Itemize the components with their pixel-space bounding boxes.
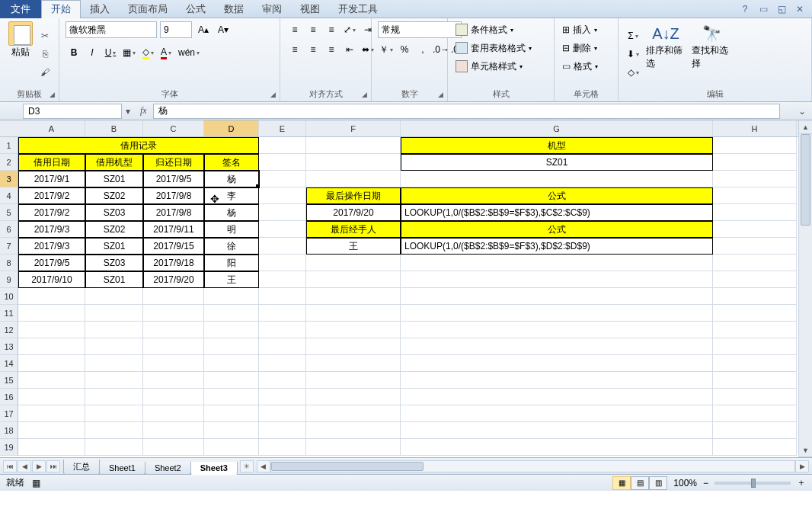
- paste-button[interactable]: 粘贴: [6, 21, 34, 87]
- grow-font-icon[interactable]: A▴: [195, 21, 212, 38]
- font-launcher[interactable]: ◢: [267, 89, 278, 100]
- fill-icon[interactable]: ⬇: [625, 46, 641, 62]
- cell-H14[interactable]: [713, 355, 797, 372]
- sheet-tab-汇总[interactable]: 汇总: [63, 460, 100, 475]
- cell-E2[interactable]: [259, 154, 306, 171]
- row-header-11[interactable]: 11: [0, 305, 18, 322]
- conditional-format-button[interactable]: 条件格式▾: [454, 21, 548, 38]
- cell-H16[interactable]: [713, 389, 797, 405]
- name-box[interactable]: D3: [23, 104, 122, 119]
- row-header-18[interactable]: 18: [0, 422, 18, 439]
- cell-G2[interactable]: SZ01: [401, 154, 713, 171]
- percent-icon[interactable]: %: [396, 41, 413, 58]
- format-cells-button[interactable]: ▭格式▾: [561, 58, 612, 75]
- cell-G17[interactable]: [401, 405, 713, 422]
- tab-file[interactable]: 文件: [0, 0, 41, 18]
- zoom-slider[interactable]: [714, 482, 791, 485]
- cell-A15[interactable]: [18, 372, 85, 389]
- cell-F17[interactable]: [306, 405, 401, 422]
- cell-A8[interactable]: 2017/9/5: [18, 255, 85, 271]
- row-header-6[interactable]: 6: [0, 221, 18, 238]
- cell-B4[interactable]: SZ02: [85, 187, 143, 204]
- cell-E5[interactable]: [259, 204, 306, 221]
- cell-A6[interactable]: 2017/9/3: [18, 221, 85, 238]
- cell-style-button[interactable]: 单元格样式▾: [454, 58, 548, 75]
- cell-A17[interactable]: [18, 405, 85, 422]
- cell-F10[interactable]: [306, 288, 401, 305]
- cell-F3[interactable]: [306, 171, 401, 187]
- cell-D4[interactable]: 李: [204, 187, 259, 204]
- cell-F5[interactable]: 2017/9/20: [306, 204, 401, 221]
- scroll-right-icon[interactable]: ▶: [795, 460, 809, 472]
- cell-F11[interactable]: [306, 305, 401, 322]
- currency-icon[interactable]: ￥: [378, 41, 395, 58]
- cell-H3[interactable]: [713, 171, 797, 187]
- bold-button[interactable]: B: [66, 44, 82, 61]
- tab-review[interactable]: 审阅: [253, 0, 291, 18]
- cell-E8[interactable]: [259, 255, 306, 271]
- cell-G6[interactable]: 公式: [401, 221, 713, 238]
- row-header-10[interactable]: 10: [0, 288, 18, 305]
- cell-G8[interactable]: [401, 255, 713, 271]
- orientation-icon[interactable]: ⤢: [341, 21, 358, 38]
- select-all-corner[interactable]: [0, 120, 18, 137]
- cell-H6[interactable]: [713, 221, 797, 238]
- cell-A18[interactable]: [18, 422, 85, 439]
- align-launcher[interactable]: ◢: [359, 89, 369, 100]
- cell-C12[interactable]: [143, 322, 204, 338]
- cell-B16[interactable]: [85, 389, 143, 405]
- clipboard-launcher[interactable]: ◢: [46, 89, 57, 100]
- cell-B8[interactable]: SZ03: [85, 255, 143, 271]
- cell-C4[interactable]: 2017/9/8: [143, 187, 204, 204]
- cell-B10[interactable]: [85, 288, 143, 305]
- cell-E16[interactable]: [259, 389, 306, 405]
- first-sheet-icon[interactable]: ⏮: [3, 460, 17, 472]
- cell-A9[interactable]: 2017/9/10: [18, 271, 85, 288]
- row-header-13[interactable]: 13: [0, 338, 18, 355]
- hscroll-thumb[interactable]: [271, 462, 424, 471]
- row-header-19[interactable]: 19: [0, 439, 18, 456]
- cell-B15[interactable]: [85, 372, 143, 389]
- cell-H11[interactable]: [713, 305, 797, 322]
- cell-E1[interactable]: [259, 137, 306, 154]
- cell-H12[interactable]: [713, 322, 797, 338]
- cell-H18[interactable]: [713, 422, 797, 439]
- cell-E6[interactable]: [259, 221, 306, 238]
- cell-D14[interactable]: [204, 355, 259, 372]
- cell-B6[interactable]: SZ02: [85, 221, 143, 238]
- cell-D2[interactable]: 签名: [204, 154, 259, 171]
- tab-view[interactable]: 视图: [291, 0, 329, 18]
- cell-D10[interactable]: [204, 288, 259, 305]
- cell-A7[interactable]: 2017/9/3: [18, 238, 85, 255]
- align-top-icon[interactable]: ≡: [286, 21, 303, 38]
- autosum-icon[interactable]: Σ: [625, 27, 641, 44]
- name-box-dropdown[interactable]: ▾: [122, 106, 134, 117]
- cell-G12[interactable]: [401, 322, 713, 338]
- cell-A10[interactable]: [18, 288, 85, 305]
- cell-H10[interactable]: [713, 288, 797, 305]
- tab-layout[interactable]: 页面布局: [119, 0, 177, 18]
- tab-insert[interactable]: 插入: [81, 0, 119, 18]
- italic-button[interactable]: I: [84, 44, 101, 61]
- cell-B14[interactable]: [85, 355, 143, 372]
- cell-G10[interactable]: [401, 288, 713, 305]
- cell-B17[interactable]: [85, 405, 143, 422]
- cell-F14[interactable]: [306, 355, 401, 372]
- cell-D11[interactable]: [204, 305, 259, 322]
- clear-icon[interactable]: ◇: [625, 64, 641, 81]
- cell-A13[interactable]: [18, 338, 85, 355]
- cell-C5[interactable]: 2017/9/8: [143, 204, 204, 221]
- cell-H5[interactable]: [713, 204, 797, 221]
- delete-cells-button[interactable]: ⊟删除▾: [561, 40, 612, 56]
- sheet-tab-Sheet3[interactable]: Sheet3: [190, 462, 238, 475]
- horizontal-scrollbar[interactable]: [270, 460, 795, 472]
- cell-E11[interactable]: [259, 305, 306, 322]
- phonetic-button[interactable]: wén: [176, 44, 202, 61]
- comma-icon[interactable]: ,: [414, 41, 431, 58]
- align-left-icon[interactable]: ≡: [286, 41, 303, 58]
- font-size-combo[interactable]: 9: [160, 21, 192, 38]
- col-header-A[interactable]: A: [18, 120, 85, 136]
- cell-C11[interactable]: [143, 305, 204, 322]
- cell-G7[interactable]: LOOKUP(1,0/($B$2:$B$9=$F$3),$D$2:$D$9): [401, 238, 713, 255]
- row-header-2[interactable]: 2: [0, 154, 18, 171]
